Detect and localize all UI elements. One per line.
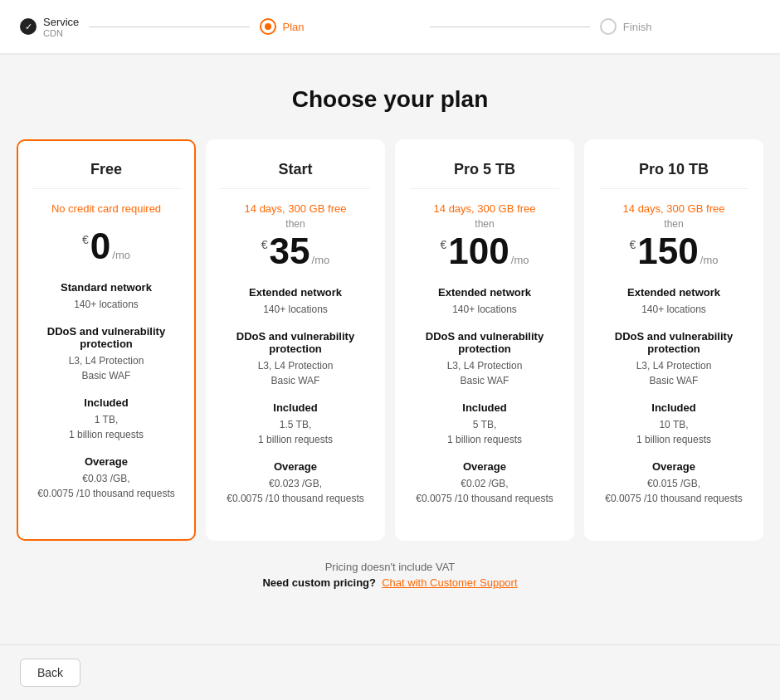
stepper-finish: Finish	[600, 18, 760, 35]
plan-overage-sub: €0.015 /GB,€0.0075 /10 thousand requests	[599, 476, 748, 506]
plan-overage-sub: €0.02 /GB,€0.0075 /10 thousand requests	[410, 476, 559, 506]
plan-period: /mo	[700, 254, 719, 266]
plan-ddos-section: DDoS and vulnerability protection L3, L4…	[221, 330, 370, 388]
plan-price-row: € 150 /mo	[599, 233, 748, 270]
plan-amount: 35	[270, 233, 310, 270]
plan-network-sub: 140+ locations	[410, 302, 559, 317]
plan-overage-title: Overage	[599, 460, 748, 473]
plan-price-row: € 0 /mo	[32, 228, 181, 265]
plan-period: /mo	[312, 254, 330, 266]
plan-ddos-title: DDoS and vulnerability protection	[410, 330, 559, 355]
plan-network-sub: 140+ locations	[32, 297, 181, 312]
support-link[interactable]: Chat with Customer Support	[382, 576, 517, 589]
plan-then: then	[599, 218, 748, 230]
plan-card-pro5[interactable]: Pro 5 TB 14 days, 300 GB free then € 100…	[395, 139, 574, 541]
stepper-service: ✓ Service CDN	[20, 16, 79, 38]
plans-grid: Free No credit card required € 0 /mo Sta…	[17, 139, 763, 541]
plan-ddos-sub: L3, L4 ProtectionBasic WAF	[32, 353, 181, 383]
plan-ddos-title: DDoS and vulnerability protection	[32, 325, 181, 350]
back-button[interactable]: Back	[20, 659, 80, 687]
plan-ddos-section: DDoS and vulnerability protection L3, L4…	[599, 330, 748, 388]
plan-label: Plan	[283, 21, 305, 33]
plan-overage-section: Overage €0.03 /GB,€0.0075 /10 thousand r…	[32, 455, 181, 501]
bottom-bar: Back	[0, 644, 780, 700]
plan-name: Pro 5 TB	[410, 161, 559, 189]
plan-period: /mo	[511, 254, 529, 266]
plan-included-section: Included 1.5 TB,1 billion requests	[221, 401, 370, 447]
plan-included-sub: 1 TB,1 billion requests	[32, 412, 181, 442]
plan-included-sub: 1.5 TB,1 billion requests	[221, 417, 370, 447]
plan-ddos-sub: L3, L4 ProtectionBasic WAF	[221, 358, 370, 388]
plan-currency: €	[261, 238, 268, 251]
plan-included-sub: 10 TB,1 billion requests	[599, 417, 748, 447]
plan-name: Pro 10 TB	[599, 161, 748, 189]
plan-price-row: € 100 /mo	[410, 233, 559, 270]
plan-price-row: € 35 /mo	[221, 233, 370, 270]
finish-label: Finish	[623, 21, 652, 33]
plan-card-free[interactable]: Free No credit card required € 0 /mo Sta…	[17, 139, 196, 541]
plan-then: then	[410, 218, 559, 230]
plan-included-title: Included	[32, 396, 181, 409]
plan-network-sub: 140+ locations	[221, 302, 370, 317]
plan-amount: 150	[637, 233, 698, 270]
plan-card-pro10[interactable]: Pro 10 TB 14 days, 300 GB free then € 15…	[584, 139, 763, 541]
plan-network-section: Standard network 140+ locations	[32, 281, 181, 312]
plan-network-title: Extended network	[599, 286, 748, 299]
plan-currency: €	[82, 233, 89, 246]
plan-icon	[260, 18, 276, 35]
plan-period: /mo	[112, 249, 130, 261]
stepper: ✓ Service CDN Plan Finish	[0, 0, 780, 53]
plan-promo: 14 days, 300 GB free	[599, 202, 748, 215]
main-content: Choose your plan Free No credit card req…	[0, 53, 780, 609]
stepper-line-1	[89, 27, 249, 27]
finish-icon	[600, 18, 617, 35]
plan-then: then	[221, 218, 370, 230]
plan-network-title: Extended network	[410, 286, 559, 299]
stepper-line-2	[430, 27, 590, 27]
plan-card-start[interactable]: Start 14 days, 300 GB free then € 35 /mo…	[206, 139, 385, 541]
plan-amount: 100	[448, 233, 509, 270]
plan-included-title: Included	[599, 401, 748, 414]
service-sublabel: CDN	[43, 28, 79, 38]
custom-label: Need custom pricing?	[262, 576, 376, 589]
plan-included-sub: 5 TB,1 billion requests	[410, 417, 559, 447]
plan-overage-section: Overage €0.015 /GB,€0.0075 /10 thousand …	[599, 460, 748, 506]
service-icon: ✓	[20, 18, 37, 35]
plan-amount: 0	[90, 228, 110, 265]
plan-overage-section: Overage €0.023 /GB,€0.0075 /10 thousand …	[221, 460, 370, 506]
stepper-plan: Plan	[260, 18, 420, 35]
plan-overage-sub: €0.03 /GB,€0.0075 /10 thousand requests	[32, 471, 181, 501]
plan-network-section: Extended network 140+ locations	[410, 286, 559, 317]
plan-no-cc: No credit card required	[32, 202, 181, 215]
plan-name: Free	[32, 161, 181, 189]
plan-overage-title: Overage	[32, 455, 181, 468]
service-label: Service	[43, 16, 79, 28]
plan-currency: €	[441, 238, 447, 251]
custom-pricing-note: Need custom pricing? Chat with Customer …	[17, 576, 763, 589]
plan-included-title: Included	[410, 401, 559, 414]
plan-ddos-title: DDoS and vulnerability protection	[221, 330, 370, 355]
plan-network-title: Extended network	[221, 286, 370, 299]
plan-ddos-title: DDoS and vulnerability protection	[599, 330, 748, 355]
plan-promo: 14 days, 300 GB free	[410, 202, 559, 215]
plan-promo: 14 days, 300 GB free	[221, 202, 370, 215]
plan-overage-title: Overage	[410, 460, 559, 473]
plan-ddos-section: DDoS and vulnerability protection L3, L4…	[410, 330, 559, 388]
plan-network-section: Extended network 140+ locations	[599, 286, 748, 317]
page-title: Choose your plan	[17, 86, 763, 113]
plan-ddos-sub: L3, L4 ProtectionBasic WAF	[410, 358, 559, 388]
plan-network-section: Extended network 140+ locations	[221, 286, 370, 317]
plan-currency: €	[630, 238, 636, 251]
plan-network-sub: 140+ locations	[599, 302, 748, 317]
plan-name: Start	[221, 161, 370, 189]
plan-included-section: Included 5 TB,1 billion requests	[410, 401, 559, 447]
plan-included-section: Included 10 TB,1 billion requests	[599, 401, 748, 447]
vat-note: Pricing doesn't include VAT	[17, 561, 763, 573]
plan-ddos-section: DDoS and vulnerability protection L3, L4…	[32, 325, 181, 383]
plan-overage-section: Overage €0.02 /GB,€0.0075 /10 thousand r…	[410, 460, 559, 506]
plan-network-title: Standard network	[32, 281, 181, 294]
plan-included-title: Included	[221, 401, 370, 414]
plan-included-section: Included 1 TB,1 billion requests	[32, 396, 181, 442]
plan-ddos-sub: L3, L4 ProtectionBasic WAF	[599, 358, 748, 388]
plan-overage-title: Overage	[221, 460, 370, 473]
